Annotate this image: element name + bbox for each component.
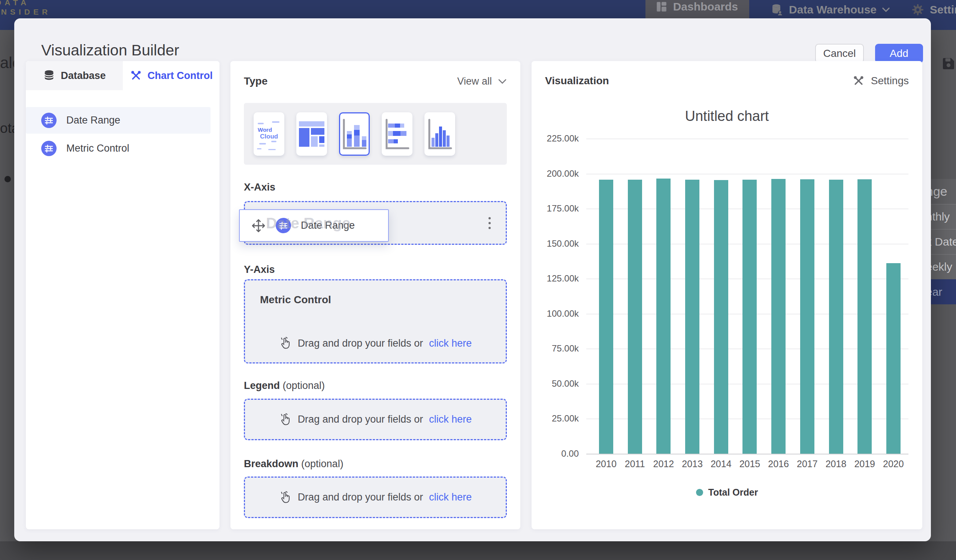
bar-2011[interactable] [628,180,642,454]
bar-2019[interactable] [857,179,872,454]
click-here-link[interactable]: click here [429,491,472,503]
chart-legend[interactable]: Total Order [531,487,922,498]
chart-bars [599,138,901,454]
x-axis-tick: 2011 [621,458,649,469]
x-axis-tick: 2014 [707,458,735,469]
legend-drop-hint: Drag and drop your fields or click here [245,413,506,427]
control-sliders-icon [276,218,291,233]
field-item-date-range[interactable]: Date Range [26,107,211,133]
x-axis-tick: 2015 [735,458,764,469]
click-hand-icon [279,413,292,427]
y-axis-label: Y-Axis [244,264,275,276]
y-axis-drop-hint: Drag and drop your fields or click here [245,337,506,350]
x-axis-tick: 2017 [793,458,822,469]
x-axis-tick: 2012 [649,458,678,469]
y-axis-tick: 100.00k [531,309,579,319]
x-axis-tick: 2019 [851,458,879,469]
click-hand-icon [279,337,292,350]
y-axis-tick: 0.00 [531,449,579,459]
top-nav: Dashboards Data Warehouse Settings [645,0,956,19]
dragged-field-date-range[interactable]: Date Range [239,209,389,242]
metric-control-group-label: Metric Control [260,294,331,306]
click-here-link[interactable]: click here [429,338,472,349]
visualization-panel: Visualization Settings Untitled chart 22… [531,61,922,529]
type-card-column[interactable] [425,112,455,156]
fields-panel: Database Chart Control Date Range [26,61,220,529]
x-axis-tick: 2010 [592,458,620,469]
app-logo: DATA INSIDER [0,0,51,16]
field-item-metric-control[interactable]: Metric Control [26,135,211,162]
legend-marker-total-order [696,489,703,496]
x-axis-tick: 2020 [879,458,908,469]
bg-bottom-strip [0,541,956,560]
breakdown-drop-hint: Drag and drop your fields or click here [245,491,506,504]
move-icon [251,218,266,233]
bar-2015[interactable] [742,180,757,454]
builder-panel: Type View all Word Cloud [230,61,520,529]
gear-icon [911,3,925,16]
save-icon[interactable] [941,56,956,71]
gridline [586,454,909,455]
chevron-down-icon [882,7,890,13]
click-here-link[interactable]: click here [429,414,472,425]
type-card-treemap[interactable] [296,112,327,156]
warehouse-database-icon [770,3,784,16]
legend-section-label: Legend (optional) [244,380,325,392]
breakdown-section-label: Breakdown (optional) [244,458,344,470]
svg-text:Cloud: Cloud [260,133,278,140]
nav-settings[interactable]: Settings [911,3,956,16]
bar-2010[interactable] [599,180,613,454]
field-item-label: Metric Control [66,143,129,154]
y-axis-tick: 50.00k [531,378,579,389]
legend-dropzone[interactable]: Drag and drop your fields or click here [244,398,507,440]
dragged-field-label: Date Range [301,220,355,231]
chevron-down-icon [498,78,507,84]
nav-data-warehouse[interactable]: Data Warehouse [770,3,890,16]
type-card-stacked-bar[interactable] [382,112,412,156]
control-field-list: Date Range Metric Control [26,90,220,162]
y-axis-tick: 25.00k [531,413,579,424]
legend-label: Total Order [708,487,758,498]
click-hand-icon [279,491,292,504]
y-axis-tick: 225.00k [531,133,579,144]
control-sliders-icon [41,113,57,128]
type-label: Type [244,75,267,87]
y-axis-tick: 150.00k [531,238,579,249]
control-sliders-icon [41,141,57,156]
bar-2013[interactable] [685,180,700,454]
bar-2014[interactable] [714,180,728,454]
field-item-label: Date Range [66,115,120,126]
kebab-menu-icon[interactable] [486,214,494,232]
visualization-builder-modal: Visualization Builder Cancel Add Databas… [14,18,931,541]
y-axis-dropzone[interactable]: Metric Control Drag and drop your fields… [244,279,507,364]
bg-bullet-dot [5,176,11,182]
tab-database[interactable]: Database [26,61,123,90]
bar-2020[interactable] [886,263,901,454]
svg-text:Word: Word [258,127,272,133]
tools-icon [130,69,142,82]
database-icon [43,69,55,82]
bar-2017[interactable] [800,179,814,454]
y-axis-tick: 175.00k [531,203,579,214]
y-axis-tick: 125.00k [531,273,579,284]
x-axis-label: X-Axis [244,182,275,193]
y-axis-tick: 200.00k [531,168,579,179]
add-button[interactable]: Add [875,44,923,63]
breakdown-dropzone[interactable]: Drag and drop your fields or click here [244,477,507,518]
dashboards-grid-icon [655,0,668,13]
x-axis-tick: 2016 [764,458,792,469]
x-axis-tick: 2013 [678,458,706,469]
fields-panel-tabs: Database Chart Control [26,61,220,90]
bar-2018[interactable] [829,180,843,454]
x-axis-tick: 2018 [822,458,851,469]
x-axis-dropzone[interactable]: Date Range Date Range [244,201,507,245]
bar-2016[interactable] [771,179,786,454]
type-card-stacked-column[interactable] [339,112,370,156]
cancel-button[interactable]: Cancel [815,44,864,63]
view-all-dropdown[interactable]: View all [457,75,507,87]
tab-chart-control[interactable]: Chart Control [123,61,220,90]
chart-type-gallery: Word Cloud [244,103,507,165]
type-card-word-cloud[interactable]: Word Cloud [254,112,284,156]
bar-2012[interactable] [656,179,671,454]
y-axis-tick: 75.00k [531,343,579,354]
